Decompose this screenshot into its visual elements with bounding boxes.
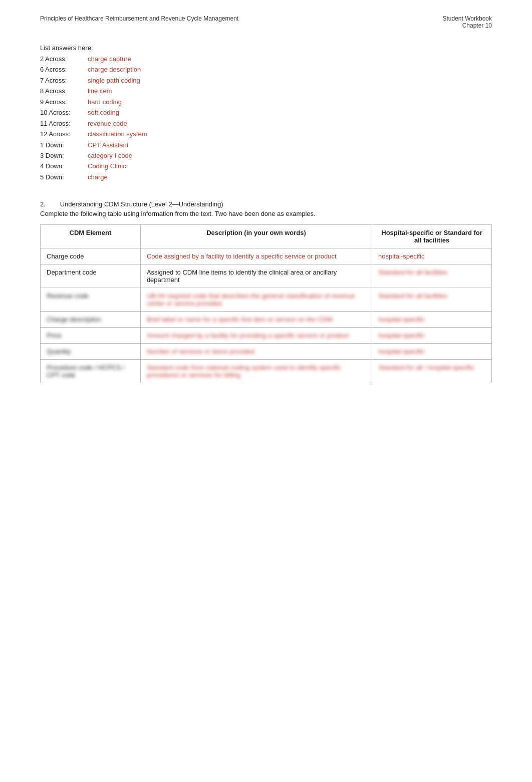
answer-key: 8 Across: <box>40 86 88 96</box>
cdm-description-cell: Number of services or items provided <box>140 344 372 360</box>
table-row: PriceAmount charged by a facility for pr… <box>41 328 492 344</box>
answer-row: 11 Across:revenue code <box>40 118 492 129</box>
section2-desc: Complete the following table using infor… <box>40 210 492 217</box>
list-label: List answers here: <box>40 44 492 52</box>
cdm-description-cell: UB-04 required code that describes the g… <box>140 288 372 312</box>
cdm-element-cell: Revenue code <box>41 288 141 312</box>
cdm-type-cell: hospital-specific <box>372 248 492 265</box>
answer-value: charge <box>88 172 108 182</box>
answer-key: 12 Across: <box>40 129 88 139</box>
cdm-element-cell: Department code <box>41 265 141 288</box>
cdm-type-cell: hospital-specific <box>372 312 492 328</box>
answer-key: 9 Across: <box>40 97 88 107</box>
header-chapter: Chapter 10 <box>442 22 492 29</box>
answers-list: 2 Across:charge capture6 Across:charge d… <box>40 54 492 182</box>
header-workbook: Student Workbook <box>442 15 492 22</box>
answer-row: 12 Across:classification system <box>40 129 492 139</box>
answer-value: soft coding <box>88 107 119 118</box>
header-title: Principles of Healthcare Reimbursement a… <box>40 15 238 22</box>
answer-value: charge description <box>88 64 141 75</box>
answer-value: line item <box>88 86 112 96</box>
table-row: QuantityNumber of services or items prov… <box>41 344 492 360</box>
answer-key: 10 Across: <box>40 107 88 118</box>
answer-key: 3 Down: <box>40 150 88 161</box>
cdm-element-cell: Price <box>41 328 141 344</box>
table-row: Charge descriptionBrief label or name fo… <box>41 312 492 328</box>
cdm-type-cell: hospital-specific <box>372 328 492 344</box>
answer-key: 5 Down: <box>40 172 88 182</box>
cdm-description-cell: Code assigned by a facility to identify … <box>140 248 372 265</box>
cdm-type-cell: hospital-specific <box>372 344 492 360</box>
table-row: Department codeAssigned to CDM line item… <box>41 265 492 288</box>
answer-value: Coding Clinic <box>88 161 126 171</box>
answer-value: CPT Assistant <box>88 140 128 150</box>
answer-row: 6 Across:charge description <box>40 64 492 75</box>
answer-row: 5 Down:charge <box>40 172 492 182</box>
cdm-description-cell: Assigned to CDM line items to identify t… <box>140 265 372 288</box>
answer-key: 2 Across: <box>40 54 88 64</box>
table-header-row: CDM ElementDescription (in your own word… <box>41 225 492 248</box>
cdm-type-cell: Standard for all facilities <box>372 265 492 288</box>
cdm-table: CDM ElementDescription (in your own word… <box>40 224 492 383</box>
answer-value: revenue code <box>88 118 127 129</box>
answer-row: 7 Across:single path coding <box>40 75 492 86</box>
answer-row: 9 Across:hard coding <box>40 97 492 107</box>
answer-key: 4 Down: <box>40 161 88 171</box>
page-header: Principles of Healthcare Reimbursement a… <box>40 15 492 29</box>
answer-key: 6 Across: <box>40 64 88 75</box>
cdm-description-cell: Amount charged by a facility for providi… <box>140 328 372 344</box>
answer-key: 1 Down: <box>40 140 88 150</box>
cdm-element-cell: Quantity <box>41 344 141 360</box>
table-row: Procedure code / HCPCS / CPT codeStandar… <box>41 360 492 383</box>
section2: 2. Understanding CDM Structure (Level 2—… <box>40 200 492 383</box>
cdm-description-cell: Standard code from national coding syste… <box>140 360 372 383</box>
section1: List answers here: 2 Across:charge captu… <box>40 44 492 182</box>
answer-row: 10 Across:soft coding <box>40 107 492 118</box>
answer-value: category I code <box>88 150 132 161</box>
table-row: Revenue codeUB-04 required code that des… <box>41 288 492 312</box>
answer-row: 3 Down:category I code <box>40 150 492 161</box>
answer-value: classification system <box>88 129 147 139</box>
answer-key: 11 Across: <box>40 118 88 129</box>
table-header-cell: Description (in your own words) <box>140 225 372 248</box>
answer-key: 7 Across: <box>40 75 88 86</box>
cdm-element-cell: Charge code <box>41 248 141 265</box>
section2-title: 2. Understanding CDM Structure (Level 2—… <box>40 200 492 208</box>
answer-row: 8 Across:line item <box>40 86 492 96</box>
answer-row: 4 Down:Coding Clinic <box>40 161 492 171</box>
table-header-cell: Hospital-specific or Standard for all fa… <box>372 225 492 248</box>
answer-value: hard coding <box>88 97 122 107</box>
table-header-cell: CDM Element <box>41 225 141 248</box>
answer-value: single path coding <box>88 75 140 86</box>
cdm-element-cell: Charge description <box>41 312 141 328</box>
cdm-type-cell: Standard for all facilities <box>372 288 492 312</box>
header-right: Student Workbook Chapter 10 <box>442 15 492 29</box>
header-left: Principles of Healthcare Reimbursement a… <box>40 15 238 22</box>
cdm-element-cell: Procedure code / HCPCS / CPT code <box>41 360 141 383</box>
answer-row: 2 Across:charge capture <box>40 54 492 64</box>
table-row: Charge codeCode assigned by a facility t… <box>41 248 492 265</box>
answer-value: charge capture <box>88 54 131 64</box>
cdm-description-cell: Brief label or name for a specific line … <box>140 312 372 328</box>
page: Principles of Healthcare Reimbursement a… <box>0 0 532 782</box>
answer-row: 1 Down:CPT Assistant <box>40 140 492 150</box>
cdm-type-cell: Standard for all / hospital-specific <box>372 360 492 383</box>
